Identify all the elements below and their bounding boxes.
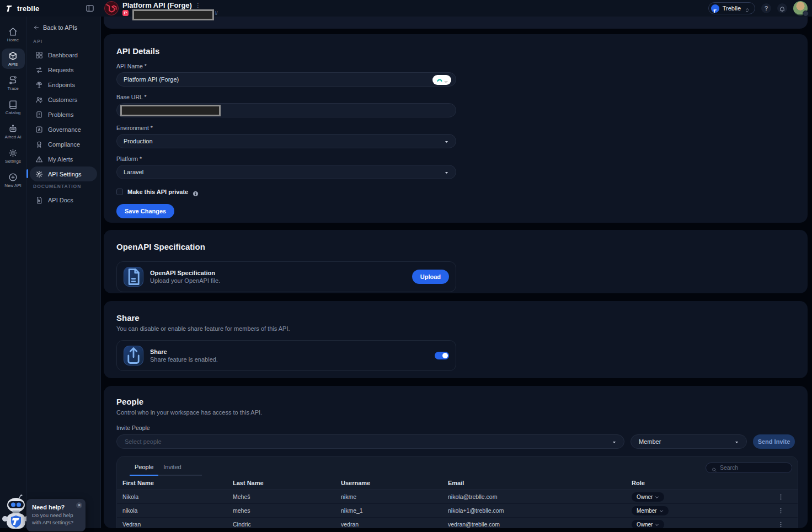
cell-username: vedran <box>341 521 448 528</box>
role-select[interactable]: Member <box>632 506 669 515</box>
role-select[interactable]: Owner <box>632 520 664 529</box>
brand-logo[interactable]: treblle <box>0 4 80 13</box>
sidebar-item-api-docs[interactable]: API Docs <box>30 192 97 207</box>
upload-button[interactable]: Upload <box>412 270 449 284</box>
cell-last-name: mehes <box>233 507 341 514</box>
sidebar-item-governance[interactable]: Governance <box>30 122 97 137</box>
chevron-down-icon <box>659 508 664 513</box>
platform-label: Platform * <box>116 155 795 162</box>
api-name-field[interactable]: Platform API (Forge) <box>116 72 456 87</box>
rail-item-home[interactable]: Home <box>2 24 25 45</box>
select-people-input[interactable]: Select people <box>116 434 624 449</box>
sidebar-toggle-icon[interactable] <box>86 4 94 13</box>
cell-first-name: Vedran <box>122 521 233 528</box>
rail-item-trace[interactable]: Trace <box>2 73 25 93</box>
home-icon <box>8 27 18 36</box>
sidebar-section-api: API <box>26 36 100 47</box>
search-box[interactable] <box>706 463 792 473</box>
share-subtitle: You can disable or enable share feature … <box>116 325 795 332</box>
close-icon[interactable]: ✕ <box>76 502 82 508</box>
role-select[interactable]: Owner <box>632 492 664 502</box>
customers-icon <box>35 96 43 104</box>
page-title: Platform API (Forge) <box>122 1 192 9</box>
alerts-icon <box>35 155 43 163</box>
private-api-label: Make this API private <box>127 189 188 195</box>
endpoints-icon <box>35 81 43 89</box>
search-input[interactable] <box>720 464 786 471</box>
platform-select[interactable]: Laravel <box>116 165 456 179</box>
sidebar-item-compliance[interactable]: Compliance <box>30 137 97 152</box>
title-menu-icon[interactable]: ⋮ <box>195 3 201 8</box>
people-title: People <box>116 397 795 406</box>
sidebar-item-endpoints[interactable]: Endpoints <box>30 77 97 92</box>
private-api-checkbox[interactable] <box>116 189 123 195</box>
rail-item-settings[interactable]: Settings <box>2 146 25 166</box>
rail-item-catalog[interactable]: Catalog <box>2 97 25 117</box>
save-changes-button[interactable]: Save Changes <box>116 204 174 218</box>
base-url-field[interactable] <box>116 103 456 117</box>
icon-rail: Home APIs Trace Catalog Alfred AI Settin… <box>0 17 26 532</box>
help-popup: ✕ Need help? Do you need help with API s… <box>26 499 86 531</box>
redacted-base-url <box>120 105 221 116</box>
openapi-card: OpenAPI Specification OpenAPI Specificat… <box>104 230 808 293</box>
file-icon <box>124 267 143 287</box>
tab-people[interactable]: People <box>130 459 158 476</box>
share-card: Share You can disable or enable share fe… <box>104 301 808 378</box>
docs-icon <box>35 196 43 204</box>
help-button[interactable]: ? <box>761 3 771 13</box>
people-card: People Control who in your workspace has… <box>104 386 808 528</box>
chevron-down-icon <box>444 139 449 144</box>
chevron-down-icon <box>655 495 659 499</box>
table-row: Vedran Cindric vedran vedran@treblle.com… <box>117 518 798 528</box>
share-toggle-row: Share Share feature is enabled. <box>116 340 456 371</box>
gear-icon <box>35 170 43 178</box>
page: treblle Platform API (Forge) ⋮ P l/ Treb… <box>0 0 812 532</box>
tab-invited[interactable]: Invited <box>158 459 186 476</box>
sidebar-item-customers[interactable]: Customers <box>30 92 97 107</box>
row-menu-icon[interactable] <box>777 507 784 514</box>
sidebar-item-problems[interactable]: Problems <box>30 107 97 122</box>
sidebar-item-api-settings[interactable]: API Settings <box>30 166 97 181</box>
rail-item-alfred-ai[interactable]: Alfred AI <box>2 121 25 142</box>
toggle-knob <box>442 353 448 358</box>
row-menu-icon[interactable] <box>777 521 784 528</box>
invite-people-label: Invite People <box>116 424 795 431</box>
plus-circle-icon <box>8 173 18 182</box>
sidebar-item-requests[interactable]: Requests <box>30 62 97 77</box>
emoji-picker-button[interactable] <box>432 75 451 85</box>
bottom-band <box>0 528 812 532</box>
environment-select[interactable]: Production <box>116 134 456 148</box>
share-row-title: Share <box>150 348 218 355</box>
info-icon[interactable] <box>193 189 199 195</box>
api-details-card: API Details API Name * Platform API (For… <box>104 34 808 223</box>
table-body: Nikola Meheš nikme nikola@treblle.com Ow… <box>117 490 798 528</box>
rail-item-new-api[interactable]: New API <box>2 170 25 190</box>
chevron-down-icon <box>734 439 739 444</box>
workspace-switcher[interactable]: Treblle <box>708 2 755 14</box>
share-toggle[interactable] <box>435 352 449 359</box>
cell-first-name: nikola <box>122 507 233 514</box>
user-avatar[interactable] <box>793 1 808 15</box>
sidebar-sections: API Dashboard Requests Endpoints Custome… <box>26 36 100 207</box>
chevron-down-icon <box>612 439 617 444</box>
app-header: treblle Platform API (Forge) ⋮ P l/ Treb… <box>0 0 812 17</box>
table-header: First NameLast NameUsernameEmailRole <box>117 476 798 490</box>
sidebar-item-my-alerts[interactable]: My Alerts <box>30 152 97 166</box>
rail-item-apis[interactable]: APIs <box>2 49 25 69</box>
cell-last-name: Meheš <box>233 493 341 500</box>
apis-icon <box>8 51 18 61</box>
workspace-name: Treblle <box>723 5 741 12</box>
chevron-down-icon <box>444 170 449 175</box>
search-icon <box>712 465 717 470</box>
cell-last-name: Cindric <box>233 521 341 528</box>
help-popup-body: Do you need help with API settings? <box>32 512 80 526</box>
invite-role-select[interactable]: Member <box>631 434 747 449</box>
send-invite-button[interactable]: Send Invite <box>753 434 795 449</box>
trace-icon <box>8 76 18 85</box>
column-header-username: Username <box>341 480 448 486</box>
back-to-apis[interactable]: Back to APIs <box>26 17 100 36</box>
api-details-title: API Details <box>116 46 795 56</box>
row-menu-icon[interactable] <box>777 493 784 501</box>
sidebar-item-dashboard[interactable]: Dashboard <box>30 47 97 62</box>
notifications-button[interactable] <box>777 3 787 13</box>
